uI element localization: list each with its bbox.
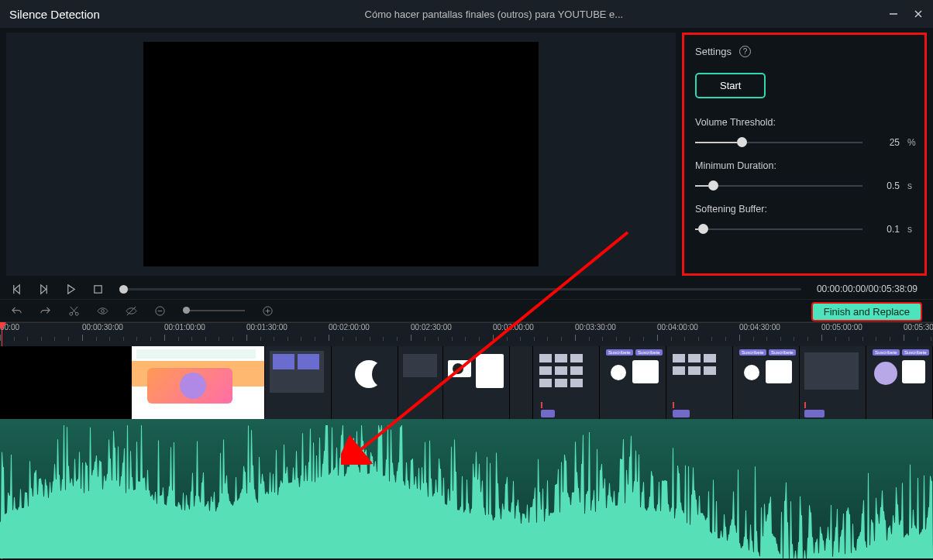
- window-title: Silence Detection: [9, 8, 100, 21]
- thumbnail[interactable]: [0, 346, 132, 419]
- thumbnail[interactable]: [443, 346, 510, 419]
- ruler-tick: 00:00:30:00: [82, 323, 123, 332]
- ruler-tick: 00:04:30:00: [739, 323, 780, 332]
- thumbnail[interactable]: SuscríbeteSuscríbete: [733, 346, 800, 419]
- volume-threshold-value[interactable]: 25: [870, 137, 900, 148]
- ruler-tick: 00:01:30:00: [246, 323, 287, 332]
- zoom-in-icon[interactable]: [262, 305, 274, 317]
- ruler-tick: 00:02:30:00: [411, 323, 452, 332]
- thumbnail[interactable]: [666, 346, 733, 419]
- ruler-tick: 00:05:00:00: [821, 323, 862, 332]
- minimize-button[interactable]: [888, 9, 899, 19]
- minimum-duration-slider[interactable]: [695, 180, 862, 191]
- thumbnail[interactable]: [332, 346, 398, 419]
- minimum-duration-unit: s: [907, 180, 918, 191]
- thumbnail[interactable]: [265, 346, 332, 419]
- thumbnail[interactable]: [132, 346, 265, 419]
- thumbnail[interactable]: [533, 346, 600, 419]
- stop-button[interactable]: [92, 283, 104, 295]
- start-button[interactable]: Start: [695, 73, 766, 98]
- minimum-duration-value[interactable]: 0.5: [870, 180, 900, 191]
- help-icon[interactable]: ?: [739, 46, 751, 57]
- play-button[interactable]: [65, 283, 77, 295]
- zoom-slider[interactable]: [183, 310, 245, 311]
- thumbnail[interactable]: SuscríbeteSuscríbete: [866, 346, 933, 419]
- settings-panel: Settings ? Start Volume Threshold: 25 % …: [682, 33, 927, 276]
- transport-bar: 00:00:00:00/00:05:38:09: [0, 279, 933, 299]
- finish-replace-button[interactable]: Finish and Replace: [811, 302, 922, 321]
- thumbnail[interactable]: [398, 346, 443, 419]
- eye-icon[interactable]: [97, 305, 108, 317]
- ruler-tick: 00:03:00:00: [493, 323, 534, 332]
- close-button[interactable]: [913, 9, 924, 19]
- scrub-bar[interactable]: [119, 288, 801, 290]
- time-ruler[interactable]: 00:0000:00:30:0000:01:00:0000:01:30:0000…: [0, 323, 933, 346]
- timecode-display: 00:00:00:00/00:05:38:09: [817, 283, 922, 294]
- waveform-track[interactable]: [0, 419, 933, 558]
- volume-threshold-slider[interactable]: [695, 137, 862, 148]
- softening-buffer-value[interactable]: 0.1: [870, 224, 900, 235]
- thumbnail[interactable]: [510, 346, 533, 419]
- timeline-toolbar: Finish and Replace: [0, 299, 933, 322]
- svg-point-6: [102, 309, 105, 312]
- timeline[interactable]: 00:0000:00:30:0000:01:00:0000:01:30:0000…: [0, 322, 933, 559]
- ruler-tick: 00:03:30:00: [575, 323, 616, 332]
- document-title: Cómo hacer pantallas finales (outros) pa…: [100, 9, 888, 20]
- zoom-out-icon[interactable]: [154, 305, 166, 317]
- next-frame-button[interactable]: [38, 283, 50, 295]
- svg-rect-3: [95, 285, 102, 292]
- redo-icon[interactable]: [40, 305, 51, 317]
- titlebar: Silence Detection Cómo hacer pantallas f…: [0, 0, 933, 28]
- undo-icon[interactable]: [11, 305, 22, 317]
- eye-off-icon[interactable]: [126, 305, 137, 317]
- svg-point-5: [75, 312, 78, 315]
- softening-buffer-unit: s: [907, 224, 918, 235]
- softening-buffer-label: Softening Buffer:: [695, 204, 918, 215]
- thumbnail[interactable]: [800, 346, 866, 419]
- ruler-tick: 00:02:00:00: [329, 323, 370, 332]
- thumbnail[interactable]: SuscríbeteSuscríbete: [600, 346, 666, 419]
- video-preview: [6, 33, 676, 276]
- softening-buffer-slider[interactable]: [695, 224, 862, 235]
- settings-header: Settings: [695, 46, 732, 57]
- volume-threshold-label: Volume Threshold:: [695, 117, 918, 128]
- volume-threshold-unit: %: [907, 137, 918, 148]
- thumbnail-track[interactable]: SuscríbeteSuscríbete SuscríbeteSuscríbet…: [0, 346, 933, 419]
- svg-point-4: [70, 312, 73, 315]
- minimum-duration-label: Minimum Duration:: [695, 160, 918, 171]
- preview-frame: [143, 42, 539, 266]
- ruler-tick: 00:01:00:00: [164, 323, 205, 332]
- prev-frame-button[interactable]: [11, 283, 22, 295]
- ruler-tick: 00:04:00:00: [657, 323, 698, 332]
- ruler-tick: 00:05:30:00: [904, 323, 933, 332]
- cut-icon[interactable]: [68, 305, 80, 317]
